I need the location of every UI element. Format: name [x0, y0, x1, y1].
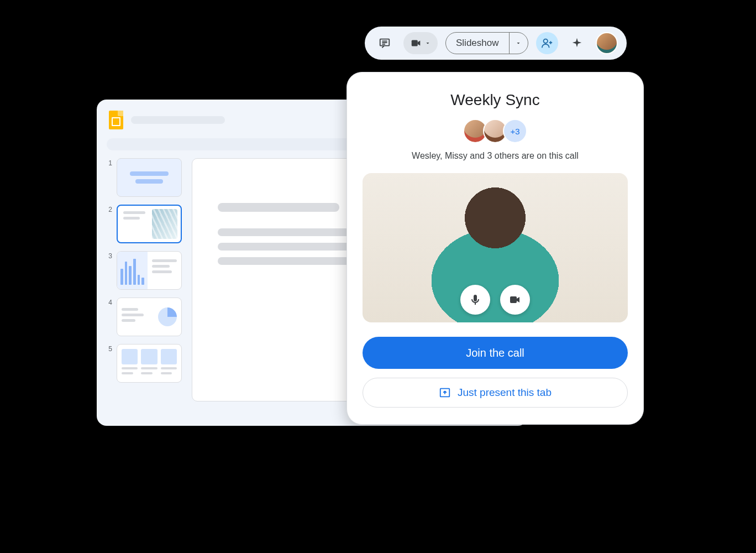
camera-icon — [410, 37, 422, 49]
profile-avatar[interactable] — [596, 32, 618, 54]
slide-thumbnail-3[interactable] — [117, 251, 182, 290]
thumb-row-4[interactable]: 4 — [107, 298, 182, 336]
thumb-number: 3 — [107, 251, 112, 260]
meet-join-panel: Weekly Sync +3 Wesley, Missy and 3 other… — [347, 72, 644, 425]
camera-toggle[interactable] — [500, 285, 530, 315]
thumb-row-1[interactable]: 1 — [107, 158, 182, 197]
join-call-button[interactable]: Join the call — [363, 337, 628, 369]
chevron-down-icon — [424, 40, 431, 46]
slideshow-dropdown[interactable] — [509, 33, 528, 54]
thumb-row-2[interactable]: 2 — [107, 205, 182, 243]
meeting-title: Weekly Sync — [450, 91, 539, 109]
slides-logo-icon — [109, 111, 123, 129]
camera-icon — [508, 293, 522, 306]
thumb-number: 2 — [107, 205, 112, 213]
svg-rect-8 — [474, 295, 477, 301]
participants-summary: Wesley, Missy and 3 others are on this c… — [412, 151, 579, 161]
thumb-row-5[interactable]: 5 — [107, 344, 182, 383]
slide-thumbnails: 1 2 3 — [107, 158, 182, 401]
thumb-row-3[interactable]: 3 — [107, 251, 182, 290]
camera-dropdown-button[interactable] — [403, 32, 438, 54]
svg-rect-4 — [412, 40, 418, 46]
slideshow-split-button[interactable]: Slideshow — [445, 32, 528, 54]
present-tab-button[interactable]: Just present this tab — [363, 378, 628, 408]
chevron-down-icon — [515, 40, 522, 46]
self-video-preview — [363, 173, 628, 322]
slideshow-button[interactable]: Slideshow — [446, 33, 509, 54]
microphone-icon — [469, 293, 482, 306]
thumb-number: 1 — [107, 158, 112, 167]
slide-thumbnail-4[interactable] — [117, 298, 182, 336]
participant-avatars: +3 — [463, 119, 527, 143]
person-add-icon — [541, 37, 553, 49]
slide-thumbnail-2-selected[interactable] — [117, 205, 182, 243]
canvas-heading-placeholder — [218, 203, 339, 212]
comments-icon[interactable] — [374, 32, 396, 54]
more-participants-badge: +3 — [503, 119, 527, 143]
svg-rect-10 — [510, 296, 517, 303]
microphone-toggle[interactable] — [460, 285, 490, 315]
svg-point-5 — [543, 39, 547, 43]
sparkle-icon[interactable] — [566, 32, 588, 54]
title-placeholder — [131, 116, 225, 124]
thumb-number: 5 — [107, 344, 112, 353]
present-icon — [439, 387, 451, 399]
top-toolbar: Slideshow — [365, 27, 627, 60]
slide-thumbnail-5[interactable] — [117, 344, 182, 383]
thumb-number: 4 — [107, 298, 112, 306]
slide-thumbnail-1[interactable] — [117, 158, 182, 197]
share-button[interactable] — [536, 32, 558, 54]
present-tab-label: Just present this tab — [458, 387, 552, 399]
